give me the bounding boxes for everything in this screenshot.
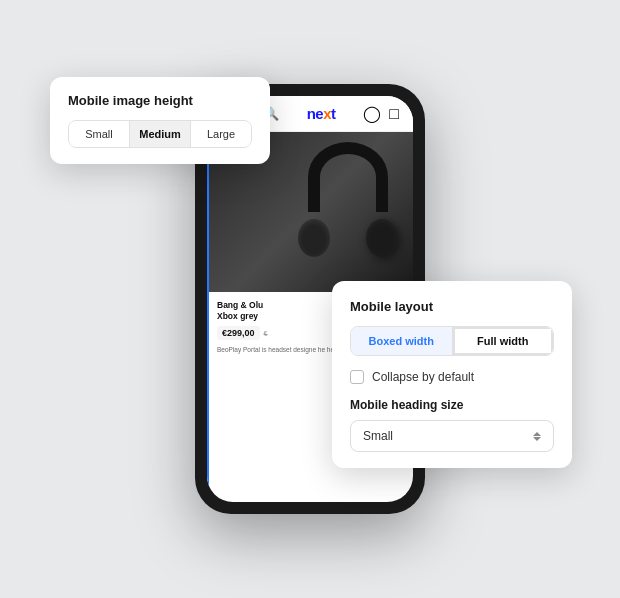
image-height-small-button[interactable]: Small xyxy=(69,121,130,147)
layout-button-group: Boxed width Full width xyxy=(350,326,554,356)
price-old: € xyxy=(264,330,268,337)
image-height-medium-button[interactable]: Medium xyxy=(130,121,191,147)
headphone-arc xyxy=(308,142,388,212)
heading-size-select[interactable]: Small xyxy=(350,420,554,452)
collapse-label: Collapse by default xyxy=(372,370,474,384)
image-height-large-button[interactable]: Large xyxy=(191,121,251,147)
phone-logo: next xyxy=(307,105,336,122)
collapse-checkbox-row: Collapse by default xyxy=(350,370,554,384)
bag-icon: □ xyxy=(389,105,399,123)
headphone-cup-left xyxy=(298,219,330,257)
mobile-image-height-card: Mobile image height Small Medium Large xyxy=(50,77,270,164)
user-icon: ◯ xyxy=(363,104,381,123)
full-width-button[interactable]: Full width xyxy=(453,327,554,355)
phone-topbar-icons: ◯ □ xyxy=(363,104,399,123)
collapse-checkbox[interactable] xyxy=(350,370,364,384)
arrow-up-icon xyxy=(533,432,541,436)
headphone-illustration xyxy=(298,142,398,262)
card-1-title: Mobile image height xyxy=(68,93,252,108)
boxed-width-button[interactable]: Boxed width xyxy=(351,327,453,355)
heading-size-value: Small xyxy=(363,429,393,443)
arrow-down-icon xyxy=(533,437,541,441)
mobile-layout-card: Mobile layout Boxed width Full width Col… xyxy=(332,281,572,468)
card-2-title: Mobile layout xyxy=(350,299,554,314)
scene: 🔍 next ◯ □ Product Sale -40% xyxy=(30,29,590,569)
logo-x: x xyxy=(323,105,331,122)
selection-border xyxy=(207,136,209,502)
heading-size-label: Mobile heading size xyxy=(350,398,554,412)
headphone-cup-right xyxy=(366,219,398,257)
price-value: €299,00 xyxy=(217,326,260,340)
image-height-button-group: Small Medium Large xyxy=(68,120,252,148)
select-arrows-icon xyxy=(533,432,541,441)
